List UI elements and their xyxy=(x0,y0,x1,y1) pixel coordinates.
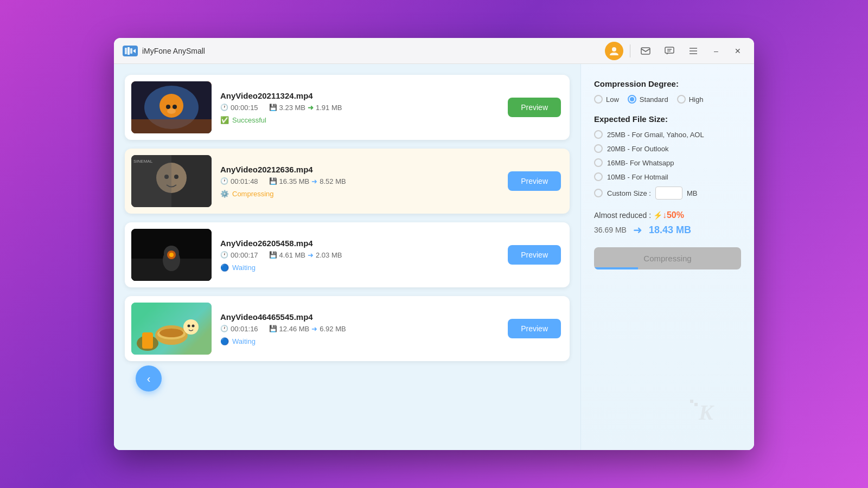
size-radio-2 xyxy=(594,158,603,167)
lightning-icon: ⚡ xyxy=(653,211,662,220)
svg-rect-21 xyxy=(131,119,212,133)
clock-icon-3: 🕐 xyxy=(220,251,228,259)
radio-low[interactable]: Low xyxy=(594,95,619,104)
svg-point-46 xyxy=(192,325,195,328)
svg-rect-1 xyxy=(127,47,130,55)
preview-btn-1[interactable]: Preview xyxy=(508,98,561,117)
svg-point-45 xyxy=(188,325,190,328)
video-thumb-2: SINEMAL xyxy=(131,155,212,207)
video-meta-1: 🕐 00:00:15 💾 3.23 MB ➜ 1.91 MB xyxy=(220,104,499,112)
status-compressing-2: ⚙️ Compressing xyxy=(220,190,499,198)
right-panel: Compression Degree: Low Standard High xyxy=(580,64,754,450)
chat-button[interactable] xyxy=(661,42,678,60)
radio-low-circle xyxy=(594,95,603,104)
compression-degree-section: Compression Degree: Low Standard High xyxy=(594,79,741,104)
size-2: 💾 16.35 MB ➜ 8.52 MB xyxy=(269,177,346,185)
svg-text:SINEMAL: SINEMAL xyxy=(133,159,153,164)
file-size-options: 25MB - For Gmail, Yahoo, AOL 20MB - For … xyxy=(594,130,741,200)
compression-degree-title: Compression Degree: xyxy=(594,79,741,88)
size-option-0[interactable]: 25MB - For Gmail, Yahoo, AOL xyxy=(594,130,741,139)
size-option-1[interactable]: 20MB - For Outlook xyxy=(594,144,741,153)
size-arrow: ➜ xyxy=(633,223,642,236)
video-info-4: AnyVideo46465545.mp4 🕐 00:01:16 💾 12.46 … xyxy=(220,312,499,345)
video-card-3: AnyVideo26205458.mp4 🕐 00:00:17 💾 4.61 M… xyxy=(125,222,570,287)
svg-point-3 xyxy=(612,47,616,52)
video-card-4: AnyVideo46465545.mp4 🕐 00:01:16 💾 12.46 … xyxy=(125,296,570,361)
status-success-1: ✅ Successful xyxy=(220,116,499,124)
preview-btn-4[interactable]: Preview xyxy=(508,319,561,338)
compress-button[interactable]: Compressing xyxy=(594,247,741,269)
video-name-1: AnyVideo20211324.mp4 xyxy=(220,91,499,100)
status-waiting-3: 🔵 Waiting xyxy=(220,264,499,272)
file-icon-4: 💾 xyxy=(269,325,277,332)
mail-button[interactable] xyxy=(637,42,654,60)
svg-point-13 xyxy=(159,94,183,118)
preview-btn-2[interactable]: Preview xyxy=(508,171,561,191)
size-option-2[interactable]: 16MB- For Whatsapp xyxy=(594,158,741,167)
size-after: 18.43 MB xyxy=(649,224,691,236)
svg-text:K: K xyxy=(698,400,714,422)
radio-standard[interactable]: Standard xyxy=(628,95,668,104)
svg-rect-5 xyxy=(665,47,674,53)
app-window: iMyFone AnySmall xyxy=(114,38,754,450)
status-waiting-4: 🔵 Waiting xyxy=(220,337,499,345)
content-area: AnyVideo20211324.mp4 🕐 00:00:15 💾 3.23 M… xyxy=(114,64,754,450)
size-option-3[interactable]: 10MB - For Hotmail xyxy=(594,172,741,181)
percent-badge: ↓50% xyxy=(662,210,684,220)
svg-point-16 xyxy=(164,100,168,104)
svg-rect-40 xyxy=(142,332,153,349)
back-button[interactable]: ‹ xyxy=(136,365,162,391)
close-button[interactable]: ✕ xyxy=(730,43,745,59)
svg-rect-47 xyxy=(690,400,693,403)
radio-standard-circle xyxy=(628,95,636,104)
size-radio-custom xyxy=(594,189,603,197)
clock-icon-1: 🕐 xyxy=(220,104,228,111)
titlebar: iMyFone AnySmall xyxy=(114,38,754,64)
file-icon-3: 💾 xyxy=(269,251,277,259)
custom-size-input[interactable] xyxy=(655,187,682,200)
preview-btn-3[interactable]: Preview xyxy=(508,245,561,265)
check-icon-1: ✅ xyxy=(220,116,229,124)
svg-point-43 xyxy=(159,329,183,337)
titlebar-divider xyxy=(630,44,630,57)
video-name-2: AnyVideo20212636.mp4 xyxy=(220,165,499,174)
size-radio-3 xyxy=(594,172,603,181)
svg-rect-4 xyxy=(641,48,650,54)
radio-high-circle xyxy=(677,95,686,104)
minimize-button[interactable]: – xyxy=(709,43,724,59)
almost-reduced-label: Almost reduced : ⚡↓50% xyxy=(594,210,741,220)
video-thumb-1 xyxy=(131,81,212,133)
size-4: 💾 12.46 MB ➜ 6.92 MB xyxy=(269,325,346,333)
menu-button[interactable] xyxy=(685,42,702,60)
size-1: 💾 3.23 MB ➜ 1.91 MB xyxy=(269,104,342,112)
size-3: 💾 4.61 MB ➜ 2.03 MB xyxy=(269,251,342,259)
duration-1: 🕐 00:00:15 xyxy=(220,104,258,112)
arrow-icon-2: ➜ xyxy=(311,177,317,185)
wait-icon-4: 🔵 xyxy=(220,337,229,345)
video-meta-2: 🕐 00:01:48 💾 16.35 MB ➜ 8.52 MB xyxy=(220,177,499,185)
clock-icon-2: 🕐 xyxy=(220,177,228,185)
duration-2: 🕐 00:01:48 xyxy=(220,177,258,185)
size-before: 36.69 MB xyxy=(594,226,627,234)
video-card-1: AnyVideo20211324.mp4 🕐 00:00:15 💾 3.23 M… xyxy=(125,75,570,140)
watermark-area: K xyxy=(594,280,741,435)
arrow-icon-3: ➜ xyxy=(308,251,314,259)
video-list: AnyVideo20211324.mp4 🕐 00:00:15 💾 3.23 M… xyxy=(114,64,580,450)
compress-progress-bar xyxy=(594,267,638,269)
video-card-2: SINEMAL AnyVideo20212636.mp4 🕐 00:01:48 … xyxy=(125,149,570,214)
radio-high[interactable]: High xyxy=(677,95,704,104)
svg-point-36 xyxy=(169,253,174,257)
custom-size-row: Custom Size : MB xyxy=(594,187,741,200)
video-info-1: AnyVideo20211324.mp4 🕐 00:00:15 💾 3.23 M… xyxy=(220,91,499,124)
compression-radio-group: Low Standard High xyxy=(594,95,741,104)
svg-point-20 xyxy=(167,108,176,114)
video-thumb-4 xyxy=(131,303,212,355)
compress-btn-container: Compressing xyxy=(594,247,741,269)
duration-4: 🕐 00:01:16 xyxy=(220,325,258,333)
video-meta-3: 🕐 00:00:17 💾 4.61 MB ➜ 2.03 MB xyxy=(220,251,499,259)
video-info-3: AnyVideo26205458.mp4 🕐 00:00:17 💾 4.61 M… xyxy=(220,239,499,272)
size-radio-0 xyxy=(594,130,603,139)
video-thumb-3 xyxy=(131,229,212,281)
stats-section: Almost reduced : ⚡↓50% 36.69 MB ➜ 18.43 … xyxy=(594,210,741,236)
user-avatar[interactable] xyxy=(605,42,623,60)
